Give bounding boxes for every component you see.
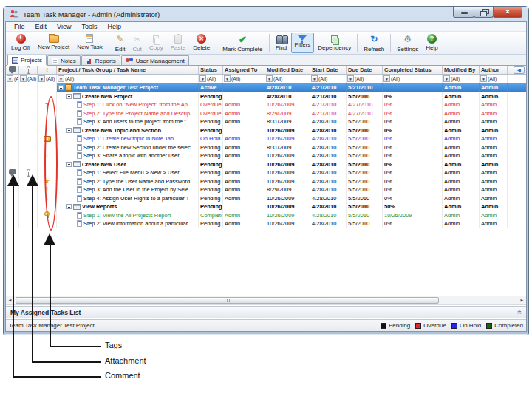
expand-panel-chevron-icon[interactable]: » — [516, 310, 524, 315]
filter-assigned[interactable]: ▼(All) — [223, 75, 265, 83]
filter-dropdown-icon[interactable]: ▼ — [311, 75, 318, 82]
column-header-modified_by[interactable]: Modified By — [443, 66, 480, 74]
column-header-start[interactable]: Start Date — [310, 66, 347, 74]
group-row[interactable]: View ReportsPending10/26/20094/28/20105/… — [6, 202, 526, 211]
task-row[interactable]: ★Step 2: Type the User Name and Password… — [6, 177, 526, 186]
title-bar[interactable]: Team Task Manager - Admin (Administrator… — [4, 7, 528, 21]
toolbar-button-refresh[interactable]: ↻Refresh — [360, 33, 388, 53]
filter-due[interactable]: ▼(All) — [347, 75, 383, 83]
filter-completed[interactable]: ▼(All) — [383, 75, 443, 83]
cell-completed: 0% — [383, 117, 443, 126]
expander-icon[interactable] — [66, 128, 72, 133]
filter-name[interactable]: ▼(All) — [57, 75, 199, 83]
filter-modified_by[interactable]: ▼(All) — [443, 75, 480, 83]
toolbar-button-new-project[interactable]: New Project — [34, 33, 73, 53]
filter-modified[interactable]: ▼(All) — [265, 75, 310, 83]
menu-view[interactable]: View — [52, 23, 76, 30]
expander-icon[interactable] — [66, 162, 72, 167]
menu-tools[interactable]: Tools — [76, 23, 102, 30]
column-header-comment[interactable] — [6, 66, 19, 74]
filter-dropdown-icon[interactable]: ▼ — [443, 75, 450, 82]
toolbar-button-cut[interactable]: ✂Cut — [129, 33, 146, 53]
tab-projects[interactable]: Projects — [7, 55, 47, 65]
task-row[interactable]: Step 1: Select File Menu > New > UserPen… — [6, 168, 526, 177]
project-row[interactable]: Team Task Manager Test ProjectActive4/28… — [6, 83, 526, 92]
toolbar-button-mark-complete[interactable]: ✔Mark Complete — [219, 33, 266, 53]
filter-tags[interactable]: ▼(All) — [38, 75, 57, 83]
tab-user-management[interactable]: User Management — [121, 55, 189, 65]
cell-tags — [38, 83, 57, 92]
column-header-attachment[interactable] — [19, 66, 38, 74]
collapse-grid-button[interactable]: ◀ — [514, 66, 525, 74]
tab-reports[interactable]: Reports — [81, 55, 120, 65]
task-row[interactable]: Step 1: Create new topic in Note Tab.On … — [6, 134, 526, 143]
cell-comment — [6, 134, 19, 143]
task-row[interactable]: Step 1: View the All Projects ReportComp… — [6, 211, 526, 220]
toolbar-button-log-off[interactable]: Log Off — [7, 33, 34, 53]
task-row[interactable]: Step 3: Add users to the project from th… — [6, 117, 526, 126]
task-row[interactable]: Step 2: View information about a particu… — [6, 219, 526, 228]
cell-author: Admin — [480, 134, 508, 143]
filter-attachment[interactable]: ▼(All) — [19, 75, 38, 83]
filter-dropdown-icon[interactable]: ▼ — [38, 75, 45, 82]
toolbar-button-find[interactable]: Find — [272, 33, 291, 53]
expander-icon[interactable] — [58, 85, 64, 90]
toolbar-button-filters[interactable]: Filters — [291, 33, 315, 53]
column-header-assigned[interactable]: Assigned To — [223, 66, 265, 74]
column-header-due[interactable]: Due Date — [347, 66, 383, 74]
filter-dropdown-icon[interactable]: ▼ — [58, 75, 64, 82]
task-row[interactable]: !Step 3: Add the User in the Project by … — [6, 185, 526, 194]
tab-notes[interactable]: Notes — [47, 55, 81, 65]
scroll-right-arrow-icon[interactable]: ▶ — [518, 296, 526, 304]
toolbar-button-edit[interactable]: ✎Edit — [112, 33, 129, 53]
task-row[interactable]: ↓Step 4: Assign User Rights to a particu… — [6, 194, 526, 203]
toolbar-button-paste[interactable]: Paste — [167, 33, 189, 53]
menu-file[interactable]: File — [9, 23, 30, 30]
menu-help[interactable]: Help — [102, 23, 126, 30]
expander-icon[interactable] — [66, 204, 72, 209]
filter-status[interactable]: ▼(All) — [199, 75, 223, 83]
expander-icon[interactable] — [66, 94, 72, 99]
task-row[interactable]: ↓Step 3: Share a topic with another user… — [6, 151, 526, 160]
toolbar-button-delete[interactable]: Delete — [189, 33, 214, 53]
toolbar-button-dependency[interactable]: Dependency — [314, 33, 355, 53]
filter-dropdown-icon[interactable]: ▼ — [347, 75, 354, 82]
column-header-name[interactable]: Project / Task Group / Task Name — [57, 66, 199, 74]
horizontal-scrollbar[interactable]: ◀ ▶ — [6, 296, 526, 305]
toolbar-button-help[interactable]: Help — [422, 33, 441, 53]
close-button[interactable] — [493, 7, 522, 18]
task-row[interactable]: Step 2: Type the Project Name and Descri… — [6, 109, 526, 118]
filter-dropdown-icon[interactable]: ▼ — [224, 75, 231, 82]
filter-dropdown-icon[interactable]: ▼ — [266, 75, 273, 82]
cell-author: Admin — [480, 168, 508, 177]
toolbar-button-settings[interactable]: ⚙Settings — [393, 33, 422, 53]
filter-dropdown-icon[interactable]: ▼ — [383, 75, 390, 82]
filter-comment[interactable]: ▼(All) — [6, 75, 19, 83]
group-row[interactable]: Create New UserPending10/26/20094/28/201… — [6, 160, 526, 169]
task-row[interactable]: Step 2: Create new Section under the sel… — [6, 143, 526, 152]
task-row[interactable]: ?Step 1: Click on "New Project" from the… — [6, 100, 526, 109]
restore-button[interactable] — [474, 7, 494, 18]
menu-edit[interactable]: Edit — [30, 23, 52, 30]
filter-dropdown-icon[interactable]: ▼ — [480, 75, 487, 82]
toolbar-button-copy[interactable]: Copy — [146, 33, 167, 53]
column-header-completed[interactable]: Completed Status — [383, 66, 443, 74]
column-header-modified[interactable]: Modified Date — [265, 66, 310, 74]
filter-start[interactable]: ▼(All) — [310, 75, 347, 83]
column-header-author[interactable]: Author — [480, 66, 508, 74]
group-row[interactable]: Create New ProjectPending4/28/20104/21/2… — [6, 92, 526, 101]
filter-dropdown-icon[interactable]: ▼ — [7, 75, 13, 82]
scrollbar-thumb[interactable] — [16, 297, 439, 304]
scrollbar-track[interactable] — [14, 296, 518, 304]
column-header-label: Assigned To — [225, 66, 257, 73]
filter-dropdown-icon[interactable]: ▼ — [200, 75, 206, 82]
assigned-tasks-panel-bar[interactable]: My Assigned Tasks List » — [6, 306, 526, 318]
cell-tags — [38, 168, 57, 177]
group-row[interactable]: Create New Topic and SectionPending10/26… — [6, 126, 526, 135]
column-header-status[interactable]: Status — [199, 66, 223, 74]
minimize-button[interactable] — [453, 7, 474, 18]
toolbar-button-new-task[interactable]: New Task — [73, 33, 106, 53]
filter-dropdown-icon[interactable]: ▼ — [20, 75, 27, 82]
filter-author[interactable]: ▼(All) — [480, 75, 508, 83]
column-header-tags[interactable]: ! — [38, 66, 57, 74]
